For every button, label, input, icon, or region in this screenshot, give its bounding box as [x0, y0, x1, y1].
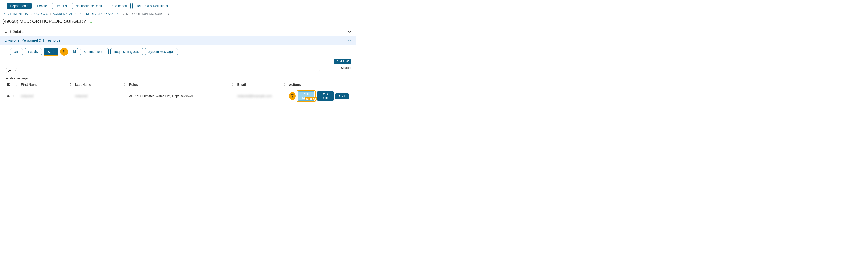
subtab-unit[interactable]: Unit [10, 48, 23, 55]
subtab-threshold-partial[interactable]: hold [69, 48, 78, 55]
tab-help[interactable]: Help Text & Definitions [132, 2, 172, 9]
cell-first-name: redacted [19, 88, 73, 104]
subtab-faculty[interactable]: Faculty [25, 48, 42, 55]
search-input[interactable] [319, 70, 351, 75]
step-badge-7: 7 [289, 92, 296, 100]
breadcrumb-sep: / [32, 12, 33, 16]
sort-icon: ▲▼ [123, 83, 125, 86]
cell-actions: 7 Edit Name Edit Roles Delete Become [287, 88, 351, 104]
page-title: (49068) MED: ORTHOPEDIC SURGERY [2, 19, 86, 24]
page-title-row: (49068) MED: ORTHOPEDIC SURGERY [0, 17, 356, 27]
section-unit-details[interactable]: Unit Details [0, 27, 356, 36]
top-nav: Departments People Reports Notifications… [0, 0, 356, 11]
table-header-row: ID ▲▼ First Name ▲▼ Last Name ▲▼ Roles ▲… [5, 81, 351, 88]
add-staff-button[interactable]: Add Staff [334, 58, 351, 64]
app-frame: Departments People Reports Notifications… [0, 0, 356, 110]
section-title: Divisions, Personnel & Thresholds [5, 38, 60, 43]
table-row: 3730 redacted redacted AC Not Submitted … [5, 88, 351, 104]
cell-roles: AC Not Submitted Watch List, Dept Review… [127, 88, 235, 104]
col-roles[interactable]: Roles ▲▼ [127, 81, 235, 88]
subtab-system-messages[interactable]: System Messages [145, 48, 178, 55]
breadcrumb-link[interactable]: DEPARTMENT LIST [2, 12, 30, 16]
step-badge-6: 6 [60, 48, 68, 56]
col-email[interactable]: Email ▲▼ [235, 81, 287, 88]
chevron-down-icon [348, 30, 351, 33]
subtab-request-queue[interactable]: Request in Queue [111, 48, 143, 55]
cell-last-name: redacted [73, 88, 127, 104]
search-area: Search: [319, 66, 351, 75]
cell-email: redacted@example.com [235, 88, 287, 104]
edit-roles-button[interactable]: Edit Roles [317, 91, 334, 101]
search-label: Search: [319, 66, 351, 70]
section-divisions[interactable]: Divisions, Personnel & Thresholds [0, 36, 356, 45]
tab-departments[interactable]: Departments [7, 2, 32, 9]
subtab-summer-terms[interactable]: Summer Terms [80, 48, 108, 55]
tab-people[interactable]: People [34, 2, 51, 9]
org-hierarchy-icon[interactable] [89, 20, 92, 23]
tab-data-import[interactable]: Data Import [107, 2, 130, 9]
section-title: Unit Details [5, 30, 24, 34]
sort-icon: ▲▼ [231, 83, 234, 86]
cell-id: 3730 [5, 88, 19, 104]
sort-icon: ▲▼ [15, 83, 17, 86]
breadcrumb-sep: / [84, 12, 85, 16]
col-first-name[interactable]: First Name ▲▼ [19, 81, 73, 88]
breadcrumb-sep: / [123, 12, 124, 16]
col-actions: Actions [287, 81, 351, 88]
entries-per-page: 25 [6, 68, 17, 73]
chevron-up-icon [348, 39, 351, 42]
controls-row: 25 Search: [0, 65, 356, 76]
breadcrumb-sep: / [50, 12, 51, 16]
breadcrumb: DEPARTMENT LIST / UC DAVIS / ACADEMIC AF… [0, 11, 356, 17]
breadcrumb-link[interactable]: UC DAVIS [34, 12, 48, 16]
delete-button[interactable]: Delete [335, 93, 349, 99]
col-id[interactable]: ID ▲▼ [5, 81, 19, 88]
breadcrumb-link[interactable]: MED: VC/DEANS OFFICE [86, 12, 121, 16]
sort-icon: ▲▼ [283, 83, 285, 86]
entries-select[interactable]: 25 [6, 68, 17, 73]
tab-notifications[interactable]: Notifications/Email [72, 2, 105, 9]
become-badge: Become [305, 97, 318, 100]
entries-label: entries per page [0, 77, 356, 80]
subtab-staff[interactable]: Staff [44, 48, 58, 55]
breadcrumb-link[interactable]: ACADEMIC AFFAIRS [53, 12, 82, 16]
staff-table: ID ▲▼ First Name ▲▼ Last Name ▲▼ Roles ▲… [5, 81, 351, 104]
col-last-name[interactable]: Last Name ▲▼ [73, 81, 127, 88]
tab-reports[interactable]: Reports [52, 2, 70, 9]
subtabs: Unit Faculty Staff 6 hold Summer Terms R… [0, 45, 356, 58]
sort-icon: ▲▼ [69, 83, 71, 86]
breadcrumb-current: MED: ORTHOPEDIC SURGERY [126, 12, 169, 16]
step6-highlight: Staff [43, 48, 58, 56]
toolbar-right: Add Staff [0, 58, 356, 65]
